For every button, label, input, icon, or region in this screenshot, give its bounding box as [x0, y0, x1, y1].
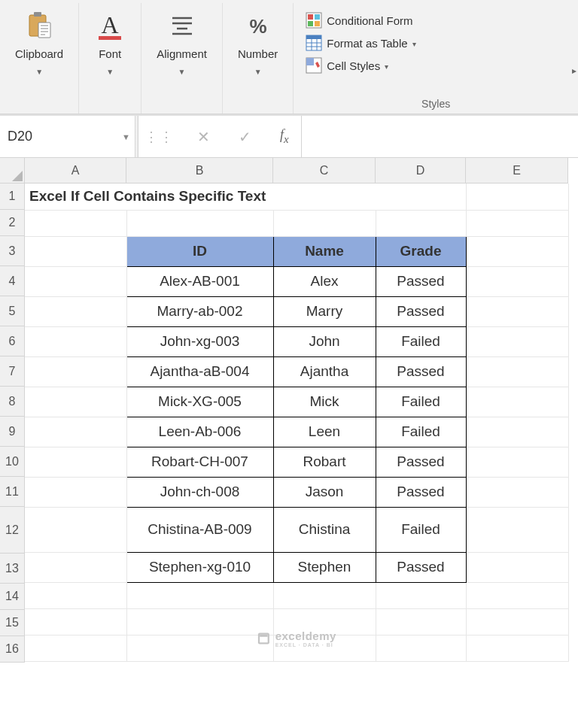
- cell-A11[interactable]: [25, 477, 126, 507]
- row-header-16[interactable]: 16: [0, 636, 24, 663]
- cell-E2[interactable]: [466, 210, 568, 236]
- table-cell[interactable]: Passed: [376, 296, 466, 326]
- select-all-corner[interactable]: [0, 158, 25, 184]
- cell-A10[interactable]: [25, 447, 126, 477]
- table-cell[interactable]: Alex-AB-001: [126, 266, 273, 296]
- row-header-13[interactable]: 13: [0, 554, 24, 584]
- row-header-15[interactable]: 15: [0, 610, 24, 636]
- cell-E5[interactable]: [466, 296, 568, 326]
- ribbon-more-icon[interactable]: ▸: [572, 65, 576, 76]
- cell-A6[interactable]: [25, 326, 126, 356]
- number-button[interactable]: % Number ▼: [232, 8, 284, 79]
- cell-E3[interactable]: [466, 236, 568, 266]
- table-cell[interactable]: Alex: [273, 266, 376, 296]
- table-cell[interactable]: Chistina-AB-009: [126, 507, 273, 552]
- fx-icon[interactable]: fx: [274, 127, 295, 146]
- cell-E6[interactable]: [466, 326, 568, 356]
- table-cell[interactable]: John-ch-008: [126, 477, 273, 507]
- col-header-C[interactable]: C: [273, 158, 376, 183]
- cell-A5[interactable]: [25, 296, 126, 326]
- cell-E13[interactable]: [466, 552, 568, 582]
- table-cell[interactable]: Marry: [273, 296, 376, 326]
- row-header-10[interactable]: 10: [0, 447, 24, 477]
- cell-E4[interactable]: [466, 266, 568, 296]
- ellipsis-icon[interactable]: ⋮⋮: [144, 129, 175, 145]
- cell-styles-button[interactable]: Cell Styles ▾: [303, 56, 391, 75]
- cell-C2[interactable]: [273, 210, 376, 236]
- table-cell[interactable]: Leen-Ab-006: [126, 417, 273, 447]
- cell-A13[interactable]: [25, 552, 126, 582]
- cell-A1[interactable]: Excel If Cell Contains Specific Text: [25, 184, 466, 210]
- table-cell[interactable]: Passed: [376, 447, 466, 477]
- row-header-4[interactable]: 4: [0, 266, 24, 296]
- col-header-B[interactable]: B: [126, 158, 273, 183]
- cell-E11[interactable]: [466, 477, 568, 507]
- table-cell[interactable]: Stephen-xg-010: [126, 552, 273, 582]
- table-cell[interactable]: Failed: [376, 417, 466, 447]
- cell-E12[interactable]: [466, 507, 568, 552]
- cell-A8[interactable]: [25, 387, 126, 417]
- conditional-formatting-button[interactable]: Conditional Form: [303, 11, 415, 30]
- name-box[interactable]: D20 ▼: [0, 116, 135, 157]
- row-header-5[interactable]: 5: [0, 296, 24, 326]
- row-header-12[interactable]: 12: [0, 507, 24, 554]
- table-cell[interactable]: Mick-XG-005: [126, 387, 273, 417]
- table-cell[interactable]: Failed: [376, 507, 466, 552]
- table-cell[interactable]: John-xg-003: [126, 326, 273, 356]
- cell-B2[interactable]: [126, 210, 273, 236]
- cell-A15[interactable]: [25, 608, 126, 635]
- table-cell[interactable]: Stephen: [273, 552, 376, 582]
- cell-E10[interactable]: [466, 447, 568, 477]
- cell-E16[interactable]: [466, 635, 568, 661]
- cells-area[interactable]: Excel If Cell Contains Specific TextIDNa…: [25, 184, 569, 663]
- table-cell[interactable]: Jason: [273, 477, 376, 507]
- cell-E15[interactable]: [466, 608, 568, 635]
- row-header-7[interactable]: 7: [0, 356, 24, 387]
- cell-E7[interactable]: [466, 356, 568, 387]
- table-header-grade[interactable]: Grade: [376, 236, 466, 266]
- col-header-E[interactable]: E: [466, 158, 568, 183]
- table-cell[interactable]: Chistina: [273, 507, 376, 552]
- table-cell[interactable]: Robart: [273, 447, 376, 477]
- cell-B16[interactable]: [126, 635, 273, 661]
- table-cell[interactable]: Passed: [376, 266, 466, 296]
- table-cell[interactable]: Robart-CH-007: [126, 447, 273, 477]
- paste-button[interactable]: Clipboard ▼: [9, 8, 69, 79]
- row-header-2[interactable]: 2: [0, 210, 24, 236]
- cell-A9[interactable]: [25, 417, 126, 447]
- row-header-1[interactable]: 1: [0, 184, 24, 210]
- table-cell[interactable]: Failed: [376, 387, 466, 417]
- table-cell[interactable]: Leen: [273, 417, 376, 447]
- cell-A16[interactable]: [25, 635, 126, 661]
- table-cell[interactable]: Passed: [376, 356, 466, 387]
- table-cell[interactable]: Passed: [376, 477, 466, 507]
- formula-input[interactable]: [302, 116, 578, 157]
- format-as-table-button[interactable]: Format as Table ▾: [303, 33, 418, 53]
- row-header-6[interactable]: 6: [0, 326, 24, 356]
- check-icon[interactable]: ✓: [233, 128, 257, 146]
- table-cell[interactable]: John: [273, 326, 376, 356]
- cell-C14[interactable]: [273, 582, 376, 608]
- cell-D14[interactable]: [376, 582, 466, 608]
- table-cell[interactable]: Failed: [376, 326, 466, 356]
- cell-A12[interactable]: [25, 507, 126, 552]
- cell-E8[interactable]: [466, 387, 568, 417]
- cell-A4[interactable]: [25, 266, 126, 296]
- cell-E9[interactable]: [466, 417, 568, 447]
- cell-B15[interactable]: [126, 608, 273, 635]
- table-cell[interactable]: Mick: [273, 387, 376, 417]
- cell-A7[interactable]: [25, 356, 126, 387]
- cell-D16[interactable]: [376, 635, 466, 661]
- col-header-A[interactable]: A: [25, 158, 126, 183]
- cell-E14[interactable]: [466, 582, 568, 608]
- cell-D2[interactable]: [376, 210, 466, 236]
- row-header-9[interactable]: 9: [0, 417, 24, 447]
- cell-D15[interactable]: [376, 608, 466, 635]
- font-button[interactable]: A Font ▼: [88, 8, 132, 79]
- alignment-button[interactable]: Alignment ▼: [151, 8, 213, 79]
- table-cell[interactable]: Ajantha: [273, 356, 376, 387]
- col-header-D[interactable]: D: [376, 158, 466, 183]
- table-cell[interactable]: Ajantha-aB-004: [126, 356, 273, 387]
- table-cell[interactable]: Marry-ab-002: [126, 296, 273, 326]
- cell-A2[interactable]: [25, 210, 126, 236]
